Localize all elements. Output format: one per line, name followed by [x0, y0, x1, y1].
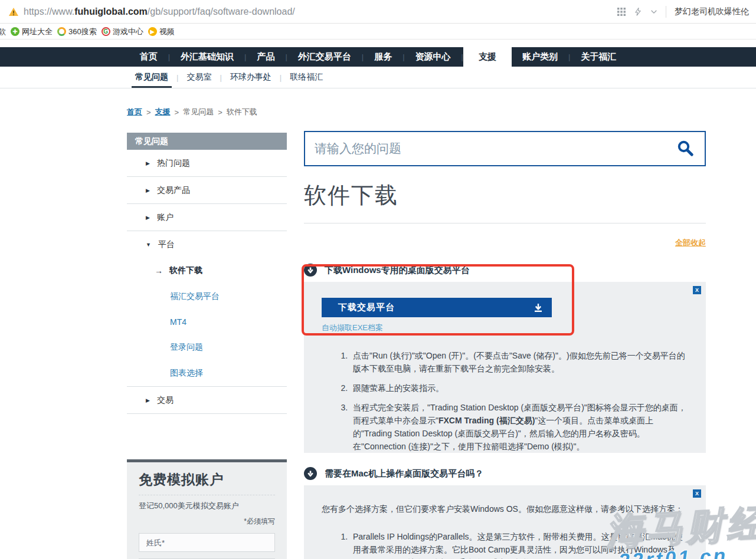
- breadcrumb-separator: >: [218, 108, 222, 117]
- bookmark-game-center[interactable]: G 游戏中心: [102, 27, 143, 37]
- bookmark-label: 视频: [159, 27, 175, 37]
- dashed-divider: [139, 495, 275, 495]
- demo-account-subtitle: 登记50,000美元模拟交易账户: [139, 501, 275, 511]
- triangle-right-icon: ▶: [146, 188, 150, 193]
- section-windows-download-panel: X 下载交易平台 自动撷取EXE档案 点击"Run (执行)"或"Open (开…: [304, 282, 706, 453]
- breadcrumb: 首页 > 支援 > 常见问题 > 软件下载: [127, 107, 257, 117]
- demo-account-panel: 免费模拟账户 登记50,000美元模拟交易账户 *必须填写: [127, 459, 287, 559]
- search-input[interactable]: [315, 142, 675, 156]
- lightning-icon[interactable]: [634, 8, 642, 16]
- chevron-down-icon[interactable]: [650, 8, 657, 15]
- browser-right-caption: 梦幻老司机吹爆性伦: [675, 6, 750, 17]
- bookmark-label: 网址大全: [22, 27, 53, 37]
- close-icon[interactable]: X: [693, 489, 701, 498]
- download-icon: [533, 303, 544, 313]
- sidebar-item-label: 账户: [157, 212, 174, 223]
- sidebar-item-label: 交易: [157, 395, 174, 406]
- bookmark-clipped-label[interactable]: 款: [0, 27, 6, 37]
- game-center-icon: G: [102, 27, 110, 36]
- nav-item-home[interactable]: 首页: [129, 47, 168, 67]
- sidebar-child-mt4[interactable]: MT4: [127, 310, 287, 334]
- circle-down-arrow-icon: [304, 467, 317, 480]
- collapse-all-link[interactable]: 全部收起: [675, 238, 706, 247]
- section-mac-header[interactable]: 需要在Mac机上操作桌面版交易平台吗？: [304, 467, 483, 480]
- video-icon: ▶: [148, 27, 157, 36]
- sidebar-item-label: 交易产品: [157, 185, 190, 196]
- search-icon: [676, 139, 694, 157]
- bookmark-video[interactable]: ▶ 视频: [148, 27, 175, 37]
- subnav-item-contact[interactable]: 联络福汇: [282, 67, 331, 88]
- mac-intro-text: 您有多个选择方案，但它们要求客户安装Windows OS。假如您愿意这样做，请参…: [322, 502, 688, 515]
- bookmarks-bar: 款 ✚ 网址大全 360搜索 G 游戏中心 ▶ 视频: [0, 24, 756, 40]
- faq-search-box: [304, 131, 706, 166]
- browser-url-bar: https://www.fuhuiglobal.com/gb/support/f…: [0, 0, 756, 24]
- breadcrumb-separator: >: [175, 108, 179, 117]
- horizontal-divider: [304, 223, 706, 223]
- demo-account-title: 免费模拟账户: [139, 471, 275, 489]
- subnav-item-trading-room[interactable]: 交易室: [178, 67, 220, 88]
- nav-item-forex-basics[interactable]: 外汇基础知识: [170, 47, 244, 67]
- sidebar-item-platform[interactable]: ▼ 平台: [127, 231, 287, 258]
- sidebar-item-hot-questions[interactable]: ▶ 热门问题: [127, 150, 287, 177]
- section-heading: 需要在Mac机上操作桌面版交易平台吗？: [325, 468, 483, 479]
- windows-install-steps: 点击"Run (执行)"或"Open (开)"。(不要点击"Save (储存)"…: [322, 349, 688, 453]
- sidebar-child-login-issues[interactable]: 登录问题: [127, 334, 287, 360]
- sidebar-child-chart-options[interactable]: 图表选择: [127, 360, 287, 386]
- sidebar-item-trading[interactable]: ▶ 交易: [127, 387, 287, 414]
- urlbar-right-controls: 梦幻老司机吹爆性伦: [617, 6, 750, 18]
- last-name-field[interactable]: [139, 533, 275, 552]
- arrow-right-icon: →: [155, 266, 163, 275]
- section-windows-download-header[interactable]: 下载Windows专用的桌面版交易平台: [304, 264, 470, 277]
- breadcrumb-faq: 常见问题: [183, 107, 214, 117]
- nav-item-resources[interactable]: 资源中心: [405, 47, 462, 67]
- breadcrumb-current: 软件下载: [227, 107, 257, 117]
- subnav-item-faq[interactable]: 常见问题: [127, 67, 176, 88]
- support-subnav: 常见问题 | 交易室 | 环球办事处 | 联络福汇: [0, 67, 756, 88]
- faq-sidebar: 常见问题 ▶ 热门问题 ▶ 交易产品 ▶ 账户 ▼ 平台 → 软件下载 福汇交易…: [127, 133, 287, 414]
- install-step-3: 当程式完全安装后，"Trading Station Desktop (桌面版交易…: [350, 401, 688, 453]
- nav-item-support-active[interactable]: 支援: [463, 47, 512, 67]
- circle-down-arrow-icon: [304, 264, 317, 277]
- triangle-right-icon: ▶: [146, 215, 150, 221]
- main-nav: 首页 | 外汇基础知识 | 产品 | 外汇交易平台 | 服务 | 资源中心 | …: [0, 47, 756, 67]
- page-title: 软件下载: [304, 180, 398, 211]
- subnav-item-global-offices[interactable]: 环球办事处: [222, 67, 280, 88]
- security-warning-icon[interactable]: [8, 7, 19, 17]
- nav-item-about-fxcm[interactable]: 关于福汇: [570, 47, 627, 67]
- sidebar-item-label: 平台: [158, 239, 175, 250]
- mac-option-1: Parallels IP Holdings的Parallels。这是第三方软件，…: [350, 530, 688, 559]
- nav-item-account-types[interactable]: 账户类别: [512, 47, 568, 67]
- breadcrumb-separator: >: [146, 108, 151, 117]
- sidebar-child-software-download-active[interactable]: → 软件下载: [127, 258, 287, 284]
- sidebar-item-label: 热门问题: [157, 158, 190, 169]
- search-button[interactable]: [675, 139, 695, 159]
- bookmark-label: 360搜索: [68, 27, 97, 37]
- nav-item-services[interactable]: 服务: [364, 47, 402, 67]
- bookmark-360-search[interactable]: 360搜索: [57, 27, 97, 37]
- sidebar-child-fxcm-platform[interactable]: 福汇交易平台: [127, 284, 287, 310]
- breadcrumb-home-link[interactable]: 首页: [127, 107, 142, 117]
- nav-item-trading-platforms[interactable]: 外汇交易平台: [287, 47, 362, 67]
- 360-nav-icon: ✚: [11, 27, 19, 36]
- 360-search-icon: [57, 27, 66, 36]
- breadcrumb-support-link[interactable]: 支援: [155, 107, 171, 117]
- download-platform-button[interactable]: 下载交易平台: [322, 298, 552, 317]
- bookmark-label: 游戏中心: [113, 27, 143, 37]
- exe-download-link[interactable]: 自动撷取EXE档案: [322, 323, 383, 333]
- bookmark-site-nav[interactable]: ✚ 网址大全: [11, 27, 53, 37]
- section-mac-panel: X 您有多个选择方案，但它们要求客户安装Windows OS。假如您愿意这样做，…: [304, 485, 706, 559]
- download-button-label: 下载交易平台: [338, 302, 395, 313]
- nav-item-products[interactable]: 产品: [246, 47, 285, 67]
- section-heading: 下载Windows专用的桌面版交易平台: [325, 265, 470, 276]
- mac-options-list: Parallels IP Holdings的Parallels。这是第三方软件，…: [322, 530, 688, 559]
- triangle-right-icon: ▶: [146, 160, 150, 166]
- apps-grid-icon[interactable]: [617, 8, 626, 16]
- sidebar-item-accounts[interactable]: ▶ 账户: [127, 204, 287, 231]
- toolbar-divider: [666, 6, 666, 18]
- install-step-1: 点击"Run (执行)"或"Open (开)"。(不要点击"Save (储存)"…: [350, 349, 688, 375]
- close-icon[interactable]: X: [693, 286, 701, 294]
- install-step-2: 跟随萤幕上的安装指示。: [350, 382, 688, 394]
- sidebar-child-label: 软件下载: [169, 265, 202, 276]
- url-text[interactable]: https://www.fuhuiglobal.com/gb/support/f…: [24, 6, 295, 17]
- sidebar-item-trading-products[interactable]: ▶ 交易产品: [127, 177, 287, 204]
